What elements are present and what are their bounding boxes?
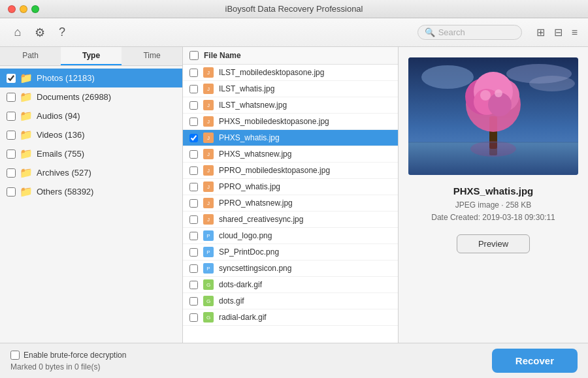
file-checkbox-12[interactable] bbox=[189, 264, 198, 273]
sidebar-item-1[interactable]: 📁Documents (26988) bbox=[0, 87, 182, 106]
file-row[interactable]: PSP_PrintDoc.png bbox=[183, 244, 398, 260]
preview-meta-date: Date Created: 2019-03-18 09:30:11 bbox=[431, 213, 555, 222]
file-checkbox-4[interactable] bbox=[189, 134, 198, 142]
file-checkbox-14[interactable] bbox=[189, 297, 198, 306]
thumbnail-view-button[interactable]: ⊞ bbox=[534, 25, 547, 40]
file-name: PHXS_whatis.jpg bbox=[219, 133, 391, 142]
file-row[interactable]: JILST_mobiledesktopasone.jpg bbox=[183, 65, 398, 81]
tab-time[interactable]: Time bbox=[122, 47, 182, 65]
file-name: SP_PrintDoc.png bbox=[219, 247, 391, 257]
folder-icon: 📁 bbox=[20, 185, 33, 198]
file-list-body: JILST_mobiledesktopasone.jpgJILST_whatis… bbox=[183, 65, 398, 343]
recover-button[interactable]: Recover bbox=[492, 349, 578, 373]
maximize-button[interactable] bbox=[31, 5, 39, 13]
preview-button[interactable]: Preview bbox=[457, 234, 530, 253]
sidebar-item-label: Photos (12183) bbox=[37, 73, 95, 83]
file-checkbox-6[interactable] bbox=[189, 166, 198, 175]
file-type-icon: P bbox=[203, 263, 214, 274]
help-button[interactable]: ? bbox=[52, 23, 72, 42]
list-view-button[interactable]: ≡ bbox=[569, 25, 580, 40]
sidebar-checkbox-3[interactable] bbox=[7, 131, 16, 140]
file-checkbox-3[interactable] bbox=[189, 118, 198, 126]
file-checkbox-7[interactable] bbox=[189, 183, 198, 191]
tab-path[interactable]: Path bbox=[0, 47, 61, 65]
preview-image bbox=[408, 57, 578, 175]
home-button[interactable]: ⌂ bbox=[8, 23, 27, 42]
brute-force-label[interactable]: Enable brute-force decryption bbox=[10, 351, 126, 360]
sidebar-item-6[interactable]: 📁Others (58392) bbox=[0, 182, 182, 201]
sidebar-checkbox-1[interactable] bbox=[7, 93, 16, 102]
svg-point-13 bbox=[495, 89, 502, 97]
sidebar-item-3[interactable]: 📁Videos (136) bbox=[0, 125, 182, 144]
file-type-icon: J bbox=[203, 165, 214, 176]
file-row[interactable]: Pcloud_logo.png bbox=[183, 228, 398, 244]
file-type-icon: P bbox=[203, 230, 214, 241]
file-checkbox-10[interactable] bbox=[189, 232, 198, 240]
close-button[interactable] bbox=[8, 5, 16, 13]
select-all-checkbox[interactable] bbox=[189, 51, 199, 60]
file-row[interactable]: JPPRO_whatsnew.jpg bbox=[183, 195, 398, 212]
file-checkbox-5[interactable] bbox=[189, 150, 198, 159]
file-row[interactable]: Gdots.gif bbox=[183, 293, 398, 309]
file-row[interactable]: JILST_whatis.jpg bbox=[183, 81, 398, 97]
file-name: PPRO_whatsnew.jpg bbox=[219, 198, 391, 208]
column-view-button[interactable]: ⊟ bbox=[551, 25, 565, 40]
svg-point-12 bbox=[480, 90, 491, 101]
file-row[interactable]: JILST_whatsnew.jpg bbox=[183, 97, 398, 114]
search-input[interactable] bbox=[438, 27, 517, 37]
file-type-icon: J bbox=[203, 67, 214, 78]
file-row[interactable]: Gdots-dark.gif bbox=[183, 277, 398, 293]
file-row[interactable]: JPPRO_mobiledesktopasone.jpg bbox=[183, 163, 398, 179]
file-name: dots-dark.gif bbox=[219, 280, 391, 289]
file-name: PPRO_mobiledesktopasone.jpg bbox=[219, 166, 391, 175]
file-checkbox-0[interactable] bbox=[189, 69, 198, 77]
file-checkbox-13[interactable] bbox=[189, 281, 198, 289]
brute-force-checkbox[interactable] bbox=[10, 351, 20, 360]
window-controls bbox=[8, 5, 39, 13]
file-name: PPRO_whatis.jpg bbox=[219, 182, 391, 191]
file-row[interactable]: JPHXS_whatis.jpg bbox=[183, 130, 398, 146]
file-name: dots.gif bbox=[219, 296, 391, 306]
settings-button[interactable]: ⚙ bbox=[30, 23, 50, 42]
file-row[interactable]: JPHXS_whatsnew.jpg bbox=[183, 146, 398, 163]
file-checkbox-8[interactable] bbox=[189, 199, 198, 208]
sidebar-checkbox-6[interactable] bbox=[7, 187, 16, 197]
file-type-icon: J bbox=[203, 214, 214, 225]
file-type-icon: G bbox=[203, 296, 214, 306]
minimize-button[interactable] bbox=[20, 5, 27, 13]
sidebar-checkbox-2[interactable] bbox=[7, 112, 16, 121]
sidebar-checkbox-4[interactable] bbox=[7, 150, 16, 159]
preview-meta: JPEG image · 258 KB Date Created: 2019-0… bbox=[431, 199, 555, 224]
file-name: ILST_whatsnew.jpg bbox=[219, 101, 391, 110]
file-row[interactable]: JPPRO_whatis.jpg bbox=[183, 179, 398, 195]
sidebar-items: 📁Photos (12183)📁Documents (26988)📁Audios… bbox=[0, 66, 182, 343]
file-row[interactable]: JPHXS_mobiledesktopasone.jpg bbox=[183, 114, 398, 130]
file-checkbox-15[interactable] bbox=[189, 313, 198, 322]
file-list-panel: File Name JILST_mobiledesktopasone.jpgJI… bbox=[183, 47, 399, 343]
sidebar-item-2[interactable]: 📁Audios (94) bbox=[0, 106, 182, 125]
file-checkbox-1[interactable] bbox=[189, 85, 198, 93]
sidebar-checkbox-5[interactable] bbox=[7, 168, 16, 178]
view-icons: ⊞ ⊟ ≡ bbox=[534, 25, 580, 40]
file-type-icon: J bbox=[203, 100, 214, 110]
folder-icon: 📁 bbox=[20, 110, 33, 122]
sidebar-item-4[interactable]: 📁Emails (755) bbox=[0, 144, 182, 163]
tab-type[interactable]: Type bbox=[61, 47, 122, 65]
preview-svg bbox=[408, 57, 578, 175]
title-bar: iBoysoft Data Recovery Professional bbox=[0, 0, 588, 18]
file-list-header: File Name bbox=[183, 47, 398, 65]
file-row[interactable]: Jshared_creativesync.jpg bbox=[183, 212, 398, 228]
sidebar-item-5[interactable]: 📁Archives (527) bbox=[0, 163, 182, 182]
file-checkbox-9[interactable] bbox=[189, 215, 198, 224]
file-checkbox-11[interactable] bbox=[189, 248, 198, 257]
file-name: syncsettingsicon.png bbox=[219, 264, 391, 273]
file-type-icon: G bbox=[203, 312, 214, 323]
preview-image-container bbox=[408, 57, 578, 175]
file-name: shared_creativesync.jpg bbox=[219, 215, 391, 224]
sidebar-checkbox-0[interactable] bbox=[7, 74, 16, 83]
file-checkbox-2[interactable] bbox=[189, 101, 198, 110]
sidebar-item-0[interactable]: 📁Photos (12183) bbox=[0, 69, 182, 87]
file-row[interactable]: Psyncsettingsicon.png bbox=[183, 260, 398, 277]
file-row[interactable]: Gradial-dark.gif bbox=[183, 309, 398, 326]
search-box[interactable]: 🔍 bbox=[417, 25, 522, 40]
